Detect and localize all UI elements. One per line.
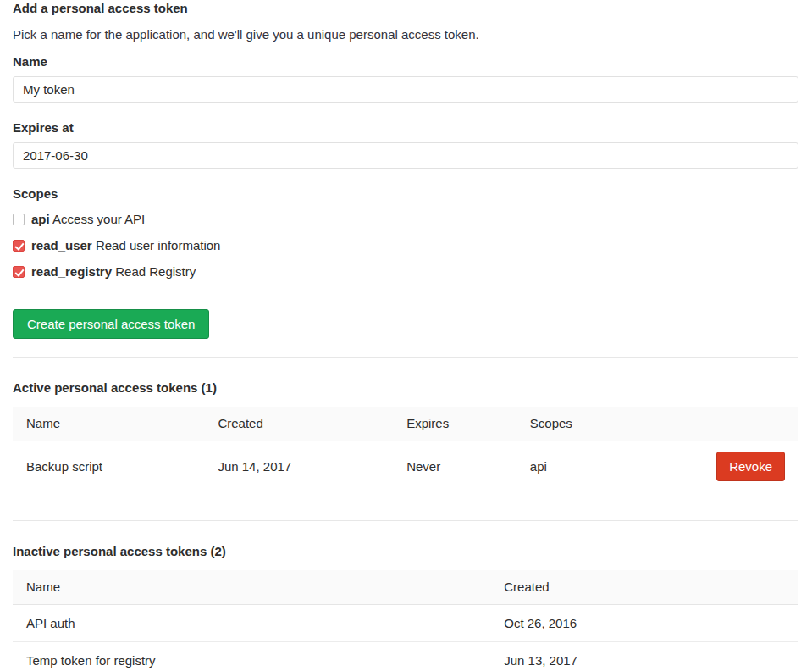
- table-row: Backup script Jun 14, 2017 Never api Rev…: [13, 441, 798, 492]
- active-tokens-section: Active personal access tokens (1) Name C…: [13, 380, 798, 491]
- column-header-actions: [655, 407, 798, 441]
- token-name-input[interactable]: [13, 76, 798, 103]
- active-tokens-header-row: Name Created Expires Scopes: [13, 407, 798, 441]
- active-tokens-title: Active personal access tokens (1): [13, 380, 798, 396]
- inactive-tokens-header-row: Name Created: [13, 570, 798, 605]
- scopes-label: Scopes: [13, 186, 798, 201]
- scope-row-read-user[interactable]: read_user Read user information: [13, 238, 798, 252]
- add-token-section: Add a personal access token Pick a name …: [13, 1, 798, 339]
- create-token-button[interactable]: Create personal access token: [13, 309, 209, 339]
- table-row: API auth Oct 26, 2016: [13, 605, 798, 642]
- section-divider: [13, 520, 798, 521]
- scope-api-label: api Access your API: [31, 212, 145, 226]
- column-header-name: Name: [13, 407, 204, 441]
- token-scopes-cell: api: [516, 441, 655, 492]
- revoke-button[interactable]: Revoke: [716, 452, 785, 481]
- scope-row-read-registry[interactable]: read_registry Read Registry: [13, 264, 798, 279]
- scope-read-user-label: read_user Read user information: [31, 238, 220, 252]
- section-divider: [13, 357, 798, 358]
- name-field-label: Name: [13, 54, 798, 69]
- token-action-cell: Revoke: [655, 441, 798, 492]
- token-created-cell: Jun 14, 2017: [204, 441, 393, 492]
- scope-row-api[interactable]: api Access your API: [13, 212, 798, 226]
- column-header-scopes: Scopes: [516, 407, 655, 441]
- expires-at-field-label: Expires at: [13, 120, 798, 135]
- column-header-name: Name: [13, 570, 490, 605]
- inactive-tokens-section: Inactive personal access tokens (2) Name…: [13, 544, 798, 671]
- token-name-cell: Temp token for registry: [13, 642, 490, 671]
- scope-read-registry-checkbox[interactable]: [13, 266, 25, 278]
- column-header-expires: Expires: [393, 407, 516, 441]
- table-row: Temp token for registry Jun 13, 2017: [13, 642, 798, 671]
- token-name-cell: Backup script: [13, 441, 204, 492]
- active-tokens-table: Name Created Expires Scopes Backup scrip…: [13, 407, 798, 491]
- column-header-created: Created: [490, 570, 798, 605]
- column-header-created: Created: [204, 407, 393, 441]
- inactive-tokens-title: Inactive personal access tokens (2): [13, 544, 798, 559]
- add-token-title: Add a personal access token: [13, 1, 798, 16]
- scope-read-user-checkbox[interactable]: [13, 240, 25, 252]
- token-created-cell: Oct 26, 2016: [490, 605, 798, 642]
- scope-api-checkbox[interactable]: [13, 214, 25, 225]
- token-expires-cell: Never: [393, 441, 516, 492]
- add-token-description: Pick a name for the application, and we'…: [13, 27, 798, 42]
- token-created-cell: Jun 13, 2017: [490, 642, 798, 671]
- token-name-cell: API auth: [13, 605, 490, 642]
- scope-read-registry-label: read_registry Read Registry: [31, 264, 196, 279]
- inactive-tokens-table: Name Created API auth Oct 26, 2016 Temp …: [13, 570, 798, 671]
- expires-at-input[interactable]: [13, 142, 798, 169]
